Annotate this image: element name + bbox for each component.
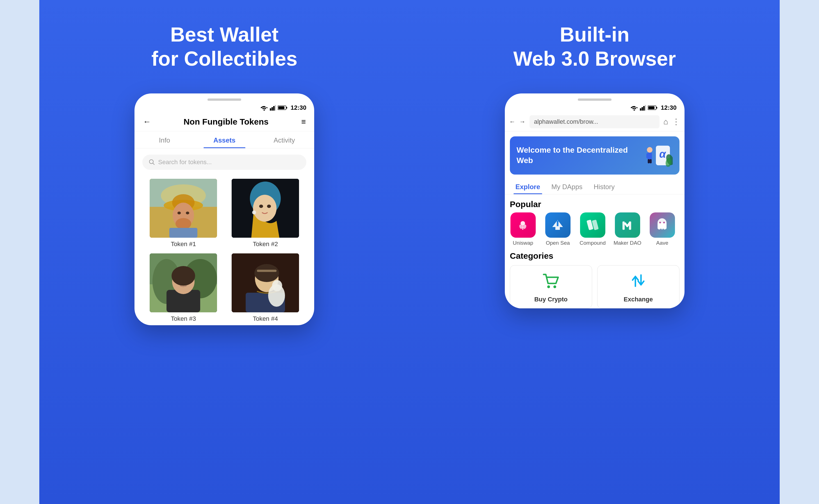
status-icons-left (260, 105, 288, 111)
svg-point-34 (171, 266, 195, 286)
svg-rect-50 (643, 106, 645, 111)
svg-point-78 (547, 285, 550, 288)
browser-tab-history-label: History (594, 183, 615, 191)
svg-point-35 (177, 279, 181, 282)
left-nav-bar: ← Non Fungible Tokens ≡ (134, 113, 314, 131)
token-label-1: Token #1 (145, 240, 221, 248)
popular-dapps-row: Uniswap Open Sea (505, 212, 685, 246)
phone-speaker-right (578, 98, 612, 101)
svg-rect-69 (557, 221, 559, 226)
opensea-icon-svg (550, 217, 566, 233)
url-bar[interactable]: alphawallet.com/brow... (530, 115, 660, 128)
dapp-icon-opensea (545, 212, 571, 238)
menu-icon-left[interactable]: ≡ (301, 117, 306, 126)
search-bar-left[interactable]: Search for tokens... (142, 155, 306, 170)
nav-title-left: Non Fungible Tokens (184, 117, 269, 127)
browser-tab-history[interactable]: History (588, 179, 620, 194)
buy-crypto-icon-svg (543, 272, 559, 289)
category-label-exchange: Exchange (624, 296, 653, 303)
dapp-name-opensea: Open Sea (546, 240, 570, 246)
category-label-buy-crypto: Buy Crypto (534, 296, 568, 303)
wifi-icon (260, 105, 268, 111)
status-bar-right: 12:30 (505, 103, 685, 113)
signal-icon-right (640, 105, 646, 111)
token-cell-3[interactable]: Token #3 (142, 251, 224, 325)
tabs-row-left: Info Assets Activity (134, 131, 314, 148)
svg-point-25 (267, 205, 271, 208)
tab-info-label: Info (159, 136, 170, 144)
svg-rect-51 (645, 105, 646, 111)
categories-row: Buy Crypto Exchange (505, 265, 685, 308)
dapp-item-aave[interactable]: Aave (647, 212, 678, 246)
welcome-banner: Welcome to the Decentralized Web α (510, 136, 680, 175)
browser-tabs-row: Explore My DApps History (505, 179, 685, 194)
token-label-3: Token #3 (145, 315, 221, 322)
phone-top-bar-left (134, 93, 314, 103)
right-panel: Built-in Web 3.0 Browser (410, 0, 780, 504)
tab-assets-label: Assets (213, 136, 235, 144)
category-card-buy-crypto[interactable]: Buy Crypto (510, 265, 592, 308)
signal-icon (270, 105, 276, 111)
token-cell-4[interactable]: Token #4 (224, 251, 306, 325)
dapp-item-makerdao[interactable]: Maker DAO (612, 212, 643, 246)
dapp-icon-aave (650, 212, 675, 238)
tab-activity-label: Activity (274, 136, 295, 144)
alpha-illustration: α (645, 144, 673, 167)
svg-rect-42 (257, 270, 276, 272)
tab-assets[interactable]: Assets (194, 131, 254, 148)
status-time-right: 12:30 (661, 104, 676, 111)
dapp-name-aave: Aave (656, 240, 668, 246)
svg-point-76 (659, 222, 661, 223)
wifi-icon-right (630, 105, 638, 111)
token-cell-1[interactable]: Token #1 (142, 176, 224, 251)
svg-point-79 (554, 285, 556, 288)
svg-point-24 (259, 205, 263, 208)
svg-point-47 (634, 109, 635, 111)
compound-icon-svg (585, 217, 600, 233)
browser-tab-mydapps[interactable]: My DApps (546, 179, 588, 194)
category-card-exchange[interactable]: Exchange (597, 265, 680, 308)
browser-tab-mydapps-label: My DApps (552, 183, 583, 191)
svg-point-23 (253, 195, 276, 222)
svg-rect-54 (648, 106, 655, 109)
svg-point-41 (254, 264, 279, 282)
search-placeholder-left: Search for tokens... (158, 159, 212, 166)
svg-rect-2 (271, 107, 273, 111)
svg-point-18 (186, 212, 189, 214)
dapp-name-uniswap: Uniswap (513, 240, 533, 246)
dapp-item-compound[interactable]: Compound (577, 212, 608, 246)
browser-tab-explore[interactable]: Explore (510, 179, 546, 194)
back-arrow-right[interactable]: ← (509, 118, 516, 125)
svg-rect-53 (656, 107, 657, 109)
left-phone-mockup: 12:30 ← Non Fungible Tokens ≡ Info Asset… (134, 93, 314, 325)
token-cell-2[interactable]: Token #2 (224, 176, 306, 251)
svg-text:α: α (659, 148, 666, 160)
svg-rect-19 (169, 228, 197, 238)
dapp-item-uniswap[interactable]: Uniswap (508, 212, 539, 246)
dapp-icon-uniswap (511, 212, 536, 238)
category-icon-exchange (630, 272, 647, 292)
left-title-line2: for Collectibles (151, 47, 297, 70)
aave-icon-svg (655, 217, 670, 233)
svg-rect-59 (646, 153, 649, 158)
svg-point-77 (663, 222, 665, 223)
dapp-name-compound: Compound (580, 240, 606, 246)
welcome-illustration: α (645, 144, 673, 167)
svg-rect-1 (270, 108, 271, 111)
category-icon-buy-crypto (543, 272, 559, 292)
exchange-icon-svg (630, 272, 647, 289)
tab-activity[interactable]: Activity (254, 131, 314, 148)
tokens-grid: Token #1 (134, 176, 314, 325)
back-arrow-left[interactable]: ← (143, 117, 151, 126)
svg-point-0 (263, 109, 265, 111)
more-icon-right[interactable]: ⋮ (672, 117, 680, 126)
popular-section-title: Popular (505, 194, 685, 212)
home-icon-right[interactable]: ⌂ (664, 117, 668, 126)
forward-arrow-right[interactable]: → (520, 118, 526, 125)
svg-rect-60 (650, 153, 652, 158)
svg-rect-49 (642, 107, 643, 111)
dapp-item-opensea[interactable]: Open Sea (543, 212, 573, 246)
left-panel-title: Best Wallet for Collectibles (134, 22, 314, 71)
tab-info[interactable]: Info (134, 131, 194, 148)
svg-rect-72 (623, 221, 625, 230)
